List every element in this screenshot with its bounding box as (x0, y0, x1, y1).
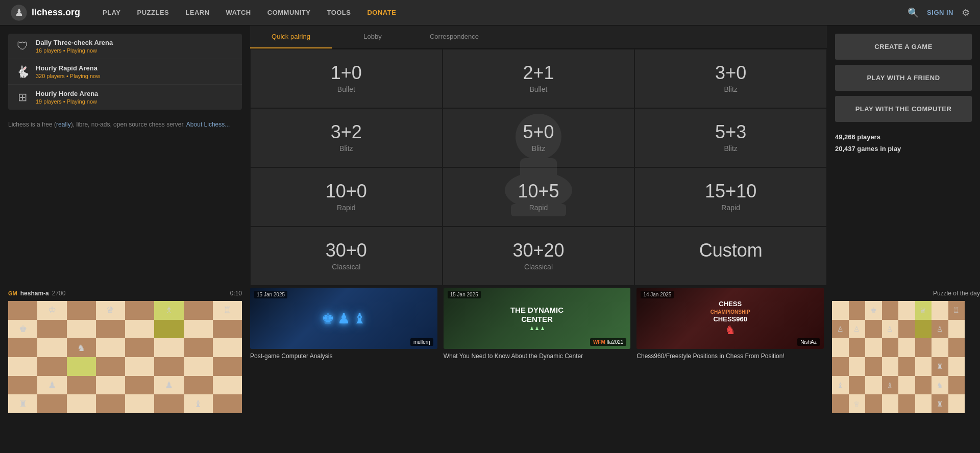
sq (184, 320, 213, 339)
header-right: 🔍 SIGN IN ⚙ (908, 7, 970, 18)
nav-donate[interactable]: DONATE (360, 6, 403, 19)
sq (882, 394, 899, 413)
game-type: Blitz (451, 144, 626, 153)
nav-learn[interactable]: LEARN (178, 6, 216, 19)
game-cell-15plus10[interactable]: 15+10 Rapid (634, 167, 827, 226)
live-chess-board: ♔ ♛ ♗ ♖ ♚ ♞ (8, 301, 242, 413)
video-date: 15 Jan 2025 (448, 291, 481, 298)
nav-puzzles[interactable]: PUZZLES (130, 6, 177, 19)
sq (915, 357, 932, 376)
sq (96, 394, 125, 413)
sq (213, 376, 242, 395)
site-name: lichess.org (32, 7, 80, 18)
game-cell-3plus0[interactable]: 3+0 Blitz (634, 49, 827, 108)
tab-quick-pairing[interactable]: Quick pairing (250, 26, 332, 48)
right-panel: CREATE A GAME PLAY WITH A FRIEND PLAY WI… (827, 26, 980, 286)
tab-lobby[interactable]: Lobby (332, 26, 413, 48)
game-cell-30plus20[interactable]: 30+20 Classical (443, 226, 635, 286)
game-cell-3plus2[interactable]: 3+2 Blitz (250, 108, 443, 167)
tournament-sub: 19 players • Playing now (36, 98, 235, 105)
tournament-item[interactable]: ⊞ Hourly Horde Arena 19 players • Playin… (8, 85, 242, 110)
about-link[interactable]: About Lichess... (186, 121, 230, 128)
nav-community[interactable]: COMMUNITY (260, 6, 318, 19)
sq (125, 357, 154, 376)
sq (213, 338, 242, 357)
game-time: 10+0 (259, 182, 434, 200)
sq (154, 357, 183, 376)
sq (832, 338, 849, 357)
player-rating: 2700 (52, 290, 66, 297)
video-card-3[interactable]: 14 Jan 2025 CHESSCHAMPIONSHIPChess960 ♞ … (636, 288, 824, 413)
video-title: Post-game Computer Analysis (250, 352, 437, 361)
video-thumbnail-3: 14 Jan 2025 CHESSCHAMPIONSHIPChess960 ♞ … (636, 288, 824, 349)
search-icon[interactable]: 🔍 (908, 7, 919, 18)
puzzle-board[interactable]: ♚ ♛ ♖ ♙ ♙ ♙ ♙ (832, 301, 965, 413)
main-nav: PLAY PUZZLES LEARN WATCH COMMUNITY TOOLS… (95, 6, 908, 19)
play-friend-button[interactable]: PLAY WITH A FRIEND (835, 65, 972, 91)
tournament-name: Hourly Horde Arena (36, 90, 235, 97)
sq: ♜ (932, 394, 948, 413)
game-time: 3+2 (259, 123, 434, 141)
sq (96, 338, 125, 357)
play-computer-button[interactable]: PLAY WITH THE COMPUTER (835, 96, 972, 122)
tournament-info: Hourly Horde Arena 19 players • Playing … (36, 90, 235, 105)
game-cell-2plus1[interactable]: 2+1 Bullet (443, 49, 635, 108)
live-game-header: GM hesham-a 2700 0:10 (8, 288, 242, 301)
sq (184, 338, 213, 357)
sq (898, 394, 915, 413)
tab-correspondence[interactable]: Correspondence (413, 26, 495, 48)
sq (915, 376, 932, 395)
really-link[interactable]: really (56, 121, 71, 128)
game-cell-10plus0[interactable]: 10+0 Rapid (250, 167, 443, 226)
game-cell-1plus0[interactable]: 1+0 Bullet (250, 49, 443, 108)
sq (865, 320, 882, 339)
game-type: Blitz (643, 144, 818, 153)
sq (882, 301, 899, 320)
sq (96, 357, 125, 376)
sq: ♕ (849, 394, 866, 413)
author-name: fla2021 (607, 339, 624, 345)
sq (832, 301, 849, 320)
game-timer: 0:10 (230, 290, 242, 297)
video-card-1[interactable]: 15 Jan 2025 ♚ ♟ ♝ mullerrj Post-game Com… (250, 288, 437, 413)
game-time: 5+3 (643, 123, 818, 141)
sq (849, 357, 866, 376)
players-count: 49,266 players (835, 131, 972, 143)
video-author: NishAz (797, 338, 820, 346)
video-thumbnail-2: 15 Jan 2025 THE DYNAMICCENTER ♟ ♟ ♟ WFM … (444, 288, 631, 349)
sq (832, 394, 849, 413)
tournament-name: Daily Three-check Arena (36, 39, 235, 46)
nav-watch[interactable]: WATCH (219, 6, 258, 19)
video-title: Chess960/Freestyle Positions in Chess Fr… (636, 352, 824, 361)
logo[interactable]: ♟ lichess.org (10, 4, 80, 21)
sq (882, 357, 899, 376)
game-cell-30plus0[interactable]: 30+0 Classical (250, 226, 443, 286)
sq (125, 394, 154, 413)
header: ♟ lichess.org PLAY PUZZLES LEARN WATCH C… (0, 0, 980, 26)
video-section: 15 Jan 2025 ♚ ♟ ♝ mullerrj Post-game Com… (250, 288, 832, 421)
sq (8, 338, 37, 357)
tournament-item[interactable]: 🐇 Hourly Rapid Arena 320 players • Playi… (8, 59, 242, 85)
game-cell-custom[interactable]: Custom (634, 226, 827, 286)
sq (213, 320, 242, 339)
sq (67, 376, 96, 395)
tournament-item[interactable]: 🛡 Daily Three-check Arena 16 players • P… (8, 34, 242, 59)
nav-tools[interactable]: TOOLS (320, 6, 358, 19)
game-cell-10plus5[interactable]: 10+5 Rapid (443, 167, 635, 226)
create-game-button[interactable]: CREATE A GAME (835, 34, 972, 60)
game-grid: 1+0 Bullet 2+1 Bullet 3+0 Blitz (250, 49, 827, 286)
nav-play[interactable]: PLAY (95, 6, 128, 19)
sidebar: 🛡 Daily Three-check Arena 16 players • P… (0, 26, 250, 286)
tournament-sub: 16 players • Playing now (36, 47, 235, 54)
sign-in-button[interactable]: SIGN IN (927, 9, 953, 16)
sq (932, 338, 948, 357)
game-grid-wrapper: 1+0 Bullet 2+1 Bullet 3+0 Blitz (250, 49, 827, 286)
sq (915, 320, 932, 339)
game-cell-5plus0[interactable]: 5+0 Blitz (443, 108, 635, 167)
video-card-2[interactable]: 15 Jan 2025 THE DYNAMICCENTER ♟ ♟ ♟ WFM … (444, 288, 631, 413)
sq (898, 301, 915, 320)
settings-icon[interactable]: ⚙ (962, 7, 970, 18)
player-name: hesham-a (20, 290, 49, 297)
game-cell-5plus3[interactable]: 5+3 Blitz (634, 108, 827, 167)
video-date: 14 Jan 2025 (641, 291, 674, 298)
